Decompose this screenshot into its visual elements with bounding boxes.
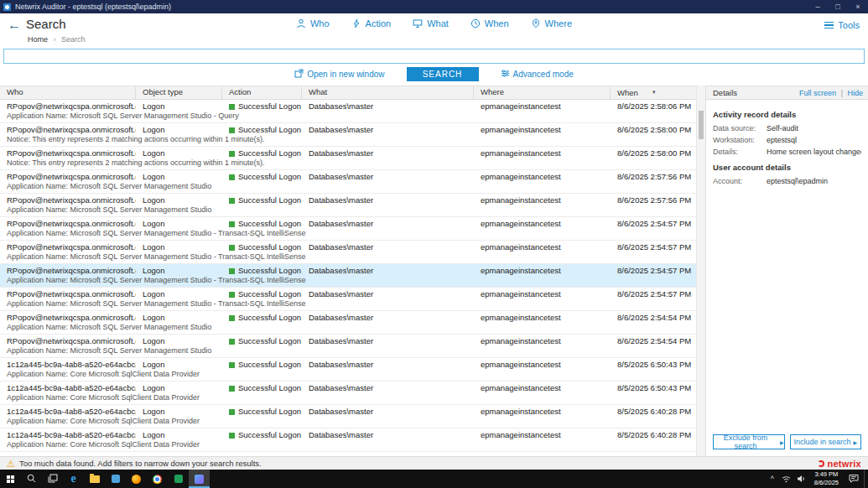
location-pin-icon xyxy=(531,18,541,29)
grid-scrollbar[interactable] xyxy=(696,86,705,456)
show-desktop-button[interactable] xyxy=(864,470,868,488)
cell-who: RPopov@netwrixqcspa.onmicrosoft.com xyxy=(0,195,136,205)
row-subtext: Application Name: Microsoft SQL Server M… xyxy=(0,112,696,122)
details-header: Details Full screen | Hide xyxy=(706,86,868,100)
tab-who[interactable]: Who xyxy=(296,18,330,29)
success-status-icon xyxy=(229,127,235,133)
row-main-line: 1c12a445-bc9a-4ab8-a520-e64acbca9558@3b9… xyxy=(0,428,696,440)
column-header-who[interactable]: Who xyxy=(0,86,136,99)
table-row[interactable]: RPopov@netwrixqcspa.onmicrosoft.com Logo… xyxy=(0,335,696,358)
tab-when[interactable]: When xyxy=(470,18,509,29)
cell-what: Databases\master xyxy=(302,360,474,369)
search-input[interactable] xyxy=(3,49,865,64)
table-row[interactable]: RPopov@netwrixqcspa.onmicrosoft.com Logo… xyxy=(0,311,696,335)
field-value: Home screen layout changed xyxy=(767,148,861,156)
action-center-button[interactable] xyxy=(844,470,864,488)
results-grid: Who Object type Action What Where When▼ … xyxy=(0,86,696,456)
cell-when: 8/5/2025 6:50:43 PM xyxy=(611,383,696,392)
advanced-mode-button[interactable]: Advanced mode xyxy=(501,69,574,80)
table-row[interactable]: RPopov@netwrixqcspa.onmicrosoft.com Logo… xyxy=(0,147,696,170)
column-header-what[interactable]: What xyxy=(302,86,474,99)
scrollbar-thumb[interactable] xyxy=(699,111,704,139)
table-row[interactable]: RPopov@netwrixqcspa.onmicrosoft.com Logo… xyxy=(0,194,696,217)
volume-button[interactable] xyxy=(794,470,809,488)
cell-where: epmanageinstancetest xyxy=(474,266,611,275)
field-workstation: Workstation: eptestsql xyxy=(713,136,861,144)
maximize-button[interactable]: □ xyxy=(828,0,848,13)
details-buttons: Exclude from search ▶ Include in search … xyxy=(713,434,861,449)
app-blue-button[interactable] xyxy=(105,470,126,488)
table-row[interactable]: RPopov@netwrixqcspa.onmicrosoft.com Logo… xyxy=(0,264,696,288)
cell-what: Databases\master xyxy=(302,219,474,228)
tab-where[interactable]: Where xyxy=(531,18,572,29)
hide-link[interactable]: Hide xyxy=(847,89,863,97)
full-screen-link[interactable]: Full screen xyxy=(799,89,836,97)
open-in-new-window-button[interactable]: Open in new window xyxy=(294,69,384,80)
cell-what: Databases\master xyxy=(302,336,474,345)
tools-label: Tools xyxy=(838,20,860,30)
row-main-line: RPopov@netwrixqcspa.onmicrosoft.com Logo… xyxy=(0,335,696,346)
cell-action: Successful Logon xyxy=(222,383,302,392)
firefox-icon xyxy=(132,475,141,484)
network-button[interactable] xyxy=(779,470,794,488)
cell-when: 8/6/2025 2:58:00 PM xyxy=(611,148,696,158)
cell-what: Databases\master xyxy=(302,242,474,252)
tab-action[interactable]: Action xyxy=(351,18,392,29)
tools-button[interactable]: Tools xyxy=(824,20,860,30)
include-in-search-button[interactable]: Include in search ▶ xyxy=(790,434,862,449)
cell-action: Successful Logon xyxy=(222,125,302,134)
cell-object-type: Logon xyxy=(136,266,222,275)
row-main-line: RPopov@netwrixqcspa.onmicrosoft.com Logo… xyxy=(0,288,696,299)
cell-who: 1c12a445-bc9a-4ab8-a520-e64acbca9558@3b9… xyxy=(0,383,136,392)
file-explorer-icon xyxy=(90,475,100,483)
row-main-line: RPopov@netwrixqcspa.onmicrosoft.com Logo… xyxy=(0,170,696,182)
table-row[interactable]: 1c12a445-bc9a-4ab8-a520-e64acbca9558@3b9… xyxy=(0,358,696,382)
start-button[interactable] xyxy=(0,470,21,488)
photos-button-active[interactable] xyxy=(189,470,210,488)
column-header-when[interactable]: When▼ xyxy=(611,86,696,99)
edge-button[interactable]: e xyxy=(63,470,84,488)
app-green-button[interactable] xyxy=(168,470,189,488)
taskbar-clock[interactable]: 3:49 PM 8/6/2025 xyxy=(809,470,844,487)
table-row[interactable]: RPopov@netwrixqcspa.onmicrosoft.com Logo… xyxy=(0,288,696,311)
table-row[interactable]: 1c12a445-bc9a-4ab8-a520-e64acbca9558@3b9… xyxy=(0,405,696,428)
table-row[interactable]: RPopov@netwrixqcspa.onmicrosoft.com Logo… xyxy=(0,170,696,194)
column-header-action[interactable]: Action xyxy=(222,86,302,99)
column-header-object-type[interactable]: Object type xyxy=(136,86,222,99)
row-main-line: 1c12a445-bc9a-4ab8-a520-e64acbca9558@3b9… xyxy=(0,382,696,393)
breadcrumb-home[interactable]: Home xyxy=(28,35,48,44)
exclude-from-search-button[interactable]: Exclude from search ▶ xyxy=(713,434,785,449)
table-row[interactable]: RPopov@netwrixqcspa.onmicrosoft.com Logo… xyxy=(0,241,696,264)
table-row[interactable]: 1c12a445-bc9a-4ab8-a520-e64acbca9558@3b9… xyxy=(0,428,696,452)
tray-expand-button[interactable]: ^ xyxy=(766,475,779,483)
cell-what: Databases\master xyxy=(302,125,474,134)
table-row[interactable]: 1c12a445-bc9a-4ab8-a520-e64acbca9558@3b9… xyxy=(0,382,696,405)
cell-action: Successful Logon xyxy=(222,313,302,322)
row-main-line: 1c12a445-bc9a-4ab8-a520-e64acbca9558@3b9… xyxy=(0,405,696,417)
cell-where: epmanageinstancetest xyxy=(474,360,611,369)
breadcrumb-separator-icon: › xyxy=(54,35,56,44)
table-row[interactable]: RPopov@netwrixqcspa.onmicrosoft.com Logo… xyxy=(0,100,696,123)
advanced-mode-label: Advanced mode xyxy=(513,70,574,79)
clock-icon xyxy=(470,18,481,29)
tab-action-label: Action xyxy=(366,18,392,29)
task-view-button[interactable] xyxy=(42,470,63,488)
row-main-line: RPopov@netwrixqcspa.onmicrosoft.com Logo… xyxy=(0,241,696,252)
cell-action: Successful Logon xyxy=(222,430,302,439)
table-row[interactable]: RPopov@netwrixqcspa.onmicrosoft.com Logo… xyxy=(0,123,696,147)
taskbar-search-button[interactable] xyxy=(21,470,42,488)
close-button[interactable]: × xyxy=(848,0,868,13)
firefox-button[interactable] xyxy=(126,470,147,488)
file-explorer-button[interactable] xyxy=(84,470,105,488)
netwrix-logo: netwrix xyxy=(818,459,861,469)
cell-where: epmanageinstancetest xyxy=(474,195,611,205)
search-button[interactable]: SEARCH xyxy=(407,67,479,81)
minimize-button[interactable]: – xyxy=(808,0,828,13)
chrome-button[interactable] xyxy=(147,470,168,488)
row-subtext: Application Name: Microsoft SQL Server M… xyxy=(0,276,696,287)
tab-what[interactable]: What xyxy=(413,18,449,29)
table-row[interactable]: RPopov@netwrixqcspa.onmicrosoft.com Logo… xyxy=(0,217,696,241)
advanced-mode-icon xyxy=(501,69,510,80)
column-header-where[interactable]: Where xyxy=(474,86,611,99)
cell-action: Successful Logon xyxy=(222,148,302,158)
